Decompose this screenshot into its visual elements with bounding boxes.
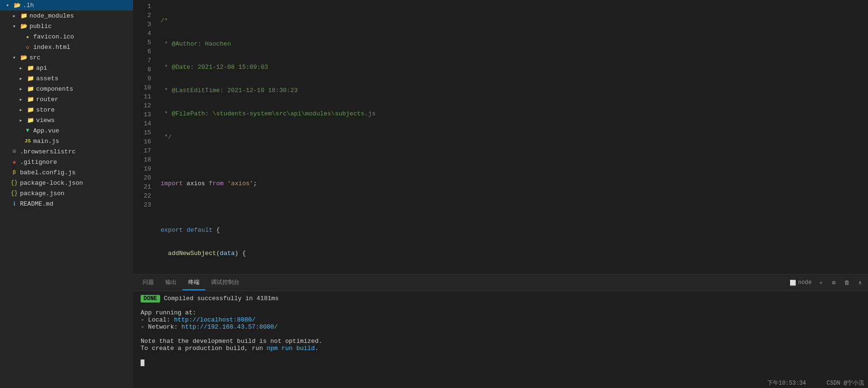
chevron-right-icon [17, 106, 25, 113]
chevron-right-icon [17, 96, 25, 103]
sidebar-item-api[interactable]: 📁 api [0, 63, 133, 73]
node-label: ⬜ node [790, 279, 812, 286]
chevron-down-icon [10, 23, 18, 29]
html-icon: ◇ [24, 44, 31, 51]
chevron-right-icon [10, 12, 18, 19]
network-url-line: - Network: http://192.168.43.57:8080/ [141, 323, 860, 331]
local-url-link[interactable]: http://localhost:8080/ [174, 316, 256, 323]
folder-icon: 📂 [20, 23, 28, 30]
tab-debug[interactable]: 调试控制台 [205, 275, 245, 290]
folder-icon: 📁 [27, 117, 34, 124]
code-content: /* * @Author: Haochen * @Date: 2021-12-0… [157, 2, 868, 272]
terminal-output[interactable]: DONECompiled successfully in 4181ms App … [133, 291, 868, 388]
csdn-label: CSDN @宁小流 [827, 380, 864, 387]
sidebar-item-node-modules[interactable]: 📁 node_modules [0, 10, 133, 21]
folder-icon: 📁 [20, 12, 28, 19]
info-icon: ℹ [10, 200, 18, 208]
build-line: To create a production build, run npm ru… [141, 345, 860, 352]
tab-problems[interactable]: 问题 [137, 275, 160, 290]
vue-icon: ▼ [24, 127, 31, 134]
js-icon: JS [24, 138, 31, 144]
folder-open-icon: 📂 [13, 2, 21, 9]
folder-icon: 📁 [27, 106, 34, 114]
sidebar-item-babel[interactable]: β babel.config.js [0, 167, 133, 178]
sidebar-item-src[interactable]: 📂 src [0, 52, 133, 63]
folder-icon: 📂 [20, 54, 28, 61]
terminal-controls: ⬜ node ＋ ⊞ 🗑 ∧ [790, 278, 864, 288]
sidebar-item-gitignore[interactable]: ◈ .gitignore [0, 157, 133, 167]
file-explorer: 📂 .lh 📁 node_modules 📂 public ★ favicon.… [0, 0, 133, 388]
chevron-right-icon [17, 65, 25, 71]
sidebar-item-index-html[interactable]: ◇ index.html [0, 42, 133, 52]
chevron-right-icon [17, 75, 25, 82]
sidebar-item-package-lock[interactable]: {} package-lock.json [0, 178, 133, 188]
split-terminal-button[interactable]: ⊞ [830, 278, 838, 287]
sidebar-item-readme[interactable]: ℹ README.md [0, 199, 133, 209]
tab-output[interactable]: 输出 [160, 275, 182, 290]
git-icon: ◈ [10, 159, 18, 166]
sidebar-item-router[interactable]: 📁 router [0, 94, 133, 104]
code-view[interactable]: 1 2 3 4 5 6 7 8 9 10 11 12 13 14 15 16 1… [133, 0, 868, 274]
sidebar-item-package-json[interactable]: {} package.json [0, 188, 133, 199]
line-numbers: 1 2 3 4 5 6 7 8 9 10 11 12 13 14 15 16 1… [133, 2, 157, 272]
chevron-right-icon [17, 117, 25, 123]
sidebar-item-public[interactable]: 📂 public [0, 21, 133, 31]
app-running-text: App running at: [141, 309, 860, 316]
add-terminal-button[interactable]: ＋ [816, 278, 826, 288]
sidebar-item-views[interactable]: 📁 views [0, 115, 133, 125]
sidebar-item-main-js[interactable]: JS main.js [0, 136, 133, 146]
compile-status-line: DONECompiled successfully in 4181ms [141, 295, 860, 302]
sidebar-item-assets[interactable]: 📁 assets [0, 73, 133, 84]
sidebar-item-store[interactable]: 📁 store [0, 104, 133, 115]
sidebar-item-components[interactable]: 📁 components [0, 84, 133, 94]
chevron-down-icon [4, 2, 11, 9]
main-content: 1 2 3 4 5 6 7 8 9 10 11 12 13 14 15 16 1… [133, 0, 868, 388]
delete-terminal-button[interactable]: 🗑 [842, 278, 852, 287]
cursor [141, 360, 144, 366]
terminal-panel: 问题 输出 终端 调试控制台 ⬜ node ＋ ⊞ 🗑 ∧ DONECompil… [133, 274, 868, 388]
json-icon: {} [10, 190, 18, 197]
chevron-down-icon [10, 54, 18, 61]
status-bar: 下午10:53:34 CSDN @宁小流 [763, 378, 868, 388]
build-cmd: npm run build [267, 345, 315, 352]
tab-terminal[interactable]: 终端 [182, 275, 205, 290]
folder-icon: 📁 [27, 96, 34, 103]
folder-icon: 📁 [27, 85, 34, 93]
json-icon: {} [10, 180, 18, 186]
terminal-tab-bar: 问题 输出 终端 调试控制台 ⬜ node ＋ ⊞ 🗑 ∧ [133, 274, 868, 291]
babel-icon: β [10, 170, 18, 175]
terminal-icon: ⬜ [790, 280, 796, 286]
done-badge: DONE [141, 295, 160, 303]
chevron-right-icon [17, 85, 25, 92]
sidebar-item-lh[interactable]: 📂 .lh [0, 0, 133, 10]
folder-icon: 📁 [27, 75, 34, 82]
folder-icon: 📁 [27, 65, 34, 72]
sidebar-item-app-vue[interactable]: ▼ App.vue [0, 125, 133, 136]
star-icon: ★ [24, 33, 31, 40]
list-icon: ≡ [10, 148, 18, 155]
network-url-link[interactable]: http://192.168.43.57:8080/ [181, 323, 278, 331]
timestamp: 下午10:53:34 [767, 380, 806, 387]
maximize-panel-button[interactable]: ∧ [856, 278, 864, 287]
terminal-cursor-line [141, 359, 860, 366]
sidebar-item-browserslistrc[interactable]: ≡ .browserslistrc [0, 146, 133, 157]
sidebar-item-favicon[interactable]: ★ favicon.ico [0, 31, 133, 42]
note-line: Note that the development build is not o… [141, 338, 860, 345]
local-url-line: - Local: http://localhost:8080/ [141, 316, 860, 323]
editor: 1 2 3 4 5 6 7 8 9 10 11 12 13 14 15 16 1… [133, 0, 868, 274]
